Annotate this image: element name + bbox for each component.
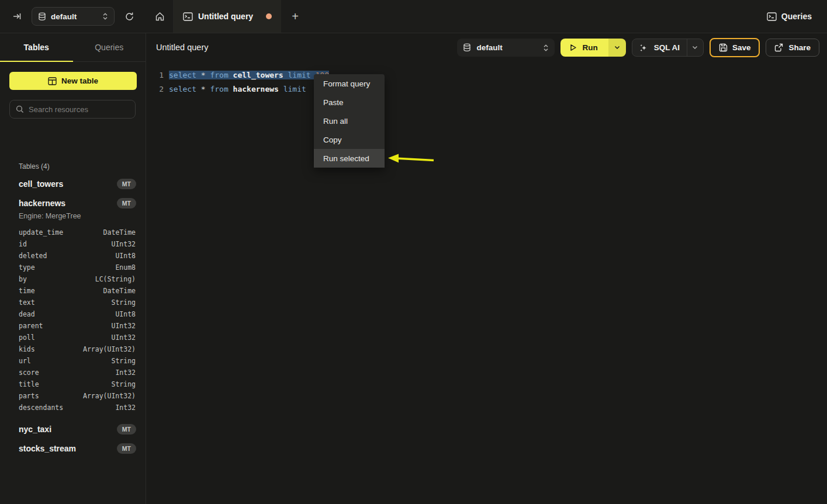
column-row[interactable]: byLC(String) — [19, 273, 136, 285]
context-menu-item[interactable]: Run all — [314, 112, 385, 130]
top-bar: default — [0, 0, 827, 33]
database-icon — [463, 43, 471, 52]
queries-button[interactable]: Queries — [767, 12, 812, 21]
context-menu-item[interactable]: Copy — [314, 130, 385, 149]
chevron-down-icon — [692, 46, 698, 50]
column-type: DateTime — [103, 228, 136, 237]
table-name: cell_towers — [9, 179, 117, 189]
column-row[interactable]: timeDateTime — [19, 285, 136, 297]
top-bar-right: Queries — [767, 12, 827, 21]
column-row[interactable]: typeEnum8 — [19, 262, 136, 273]
column-type: Int32 — [115, 404, 136, 412]
column-row[interactable]: descendantsInt32 — [19, 402, 136, 413]
column-row[interactable]: titleString — [19, 378, 136, 390]
search-input[interactable] — [29, 105, 129, 114]
column-name: url — [19, 357, 111, 365]
sql-ai-button[interactable]: SQL AI — [632, 39, 687, 56]
column-name: deleted — [19, 252, 115, 260]
table-item-stocks-stream[interactable]: stocks_stream MT — [9, 440, 136, 457]
tab-label: Untitled query — [198, 12, 261, 21]
sql-ai-options-button[interactable] — [687, 39, 703, 56]
sidebar-tab-tables[interactable]: Tables — [0, 33, 73, 61]
column-row[interactable]: update_timeDateTime — [19, 227, 136, 238]
table-name: stocks_stream — [9, 444, 117, 453]
column-row[interactable]: scoreInt32 — [19, 367, 136, 378]
context-menu-item[interactable]: Format query — [314, 74, 385, 93]
query-title: Untitled query — [156, 43, 208, 52]
column-row[interactable]: deadUInt8 — [19, 308, 136, 320]
column-type: UInt32 — [111, 333, 136, 342]
engine-badge: MT — [117, 179, 136, 189]
refresh-button[interactable] — [120, 8, 138, 25]
table-item-cell-towers[interactable]: cell_towers MT — [9, 176, 136, 192]
terminal-icon — [183, 12, 193, 21]
column-type: UInt32 — [111, 322, 136, 330]
new-table-button[interactable]: New table — [9, 72, 137, 90]
chevron-updown-icon — [102, 12, 108, 20]
column-row[interactable]: parentUInt32 — [19, 320, 136, 332]
run-options-button[interactable] — [608, 39, 626, 57]
column-name: title — [19, 380, 111, 388]
tables-section-label: Tables (4) — [19, 162, 50, 171]
new-tab-button[interactable]: + — [281, 0, 309, 33]
save-button[interactable]: Save — [710, 38, 760, 57]
save-icon — [719, 43, 728, 52]
tables-panel: Tables (4) cell_towers MT hackernews MT … — [0, 127, 146, 504]
column-row[interactable]: deletedUInt8 — [19, 250, 136, 262]
token: limit — [283, 85, 306, 93]
column-row[interactable]: textString — [19, 297, 136, 308]
column-type: String — [111, 298, 136, 307]
token: * — [201, 85, 206, 93]
chevron-updown-icon — [543, 44, 549, 52]
share-button[interactable]: Share — [766, 39, 819, 57]
editor-context-menu: Format queryPasteRun allCopyRun selected — [314, 74, 385, 168]
main-area: Untitled query default — [146, 33, 827, 504]
tab-untitled-query[interactable]: Untitled query — [174, 0, 281, 33]
table-name: nyc_taxi — [9, 425, 117, 434]
token: from — [210, 85, 228, 93]
column-type: Int32 — [115, 369, 136, 377]
query-toolbar: Untitled query default — [146, 33, 827, 61]
column-row[interactable]: kidsArray(UInt32) — [19, 343, 136, 355]
column-row[interactable]: pollUInt32 — [19, 332, 136, 343]
table-item-hackernews[interactable]: hackernews MT — [9, 195, 136, 211]
column-row[interactable]: partsArray(UInt32) — [19, 390, 136, 402]
chevron-down-icon — [614, 46, 620, 50]
column-type: Enum8 — [115, 263, 136, 272]
toolbar-database-select[interactable]: default — [457, 39, 555, 57]
refresh-icon — [124, 12, 134, 22]
column-row[interactable]: idUInt32 — [19, 238, 136, 250]
context-menu-item[interactable]: Paste — [314, 93, 385, 112]
table-name: hackernews — [9, 199, 117, 208]
column-row[interactable]: urlString — [19, 355, 136, 367]
line-number: 2 — [146, 85, 164, 93]
engine-label: Engine: MergeTree — [19, 212, 81, 220]
sidebar-tab-queries[interactable]: Queries — [73, 33, 146, 61]
table-item-nyc-taxi[interactable]: nyc_taxi MT — [9, 421, 136, 437]
sidebar-collapse-button[interactable] — [8, 8, 26, 25]
topbar-database-select[interactable]: default — [32, 7, 115, 26]
column-type: String — [111, 357, 136, 365]
token — [229, 71, 233, 79]
unsaved-dot — [266, 13, 272, 19]
toolbar-controls: default Run — [457, 38, 819, 57]
share-icon — [774, 43, 783, 52]
column-name: time — [19, 287, 103, 295]
sql-editor[interactable]: 1select * from cell_towers limit 1002sel… — [146, 61, 827, 504]
column-name: kids — [19, 345, 83, 353]
column-name: score — [19, 369, 115, 377]
column-type: LC(String) — [95, 275, 136, 283]
column-type: DateTime — [103, 287, 136, 295]
run-button[interactable]: Run — [560, 39, 608, 57]
tab-home[interactable] — [146, 0, 174, 33]
context-menu-item[interactable]: Run selected — [314, 149, 385, 168]
token — [279, 85, 283, 93]
token: cell_towers — [233, 71, 283, 79]
token: hackernews — [233, 85, 279, 93]
column-type: Array(UInt32) — [83, 392, 136, 400]
tab-strip: Untitled query + — [146, 0, 767, 33]
column-name: poll — [19, 333, 111, 342]
sql-ai-button-group: SQL AI — [632, 39, 704, 57]
toolbar-database-value: default — [476, 43, 538, 52]
topbar-database-value: default — [51, 12, 98, 21]
